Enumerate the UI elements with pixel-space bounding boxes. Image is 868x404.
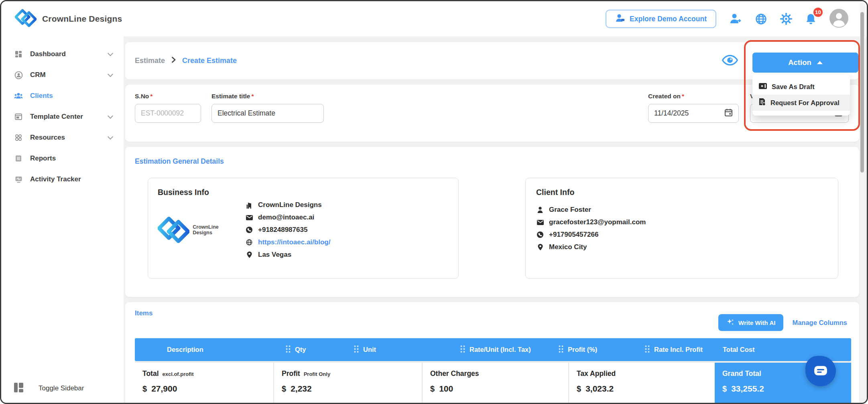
client-info-card: Client Info Grace Foster xyxy=(525,178,838,279)
user-avatar[interactable] xyxy=(829,9,848,29)
client-email-line: gracefoster123@yopmail.com xyxy=(536,218,827,226)
items-section: Items Write With AI Manage Columns Descr… xyxy=(125,302,859,403)
column-header-unit[interactable]: Unit xyxy=(354,345,460,355)
column-header-rate-incl-profit[interactable]: Rate Incl. Profit xyxy=(644,345,723,355)
notifications-bell-icon[interactable]: 10 xyxy=(805,13,817,25)
location-pin-icon xyxy=(536,244,544,250)
estimate-form: S.No* Estimate title* Created on* 11/14/… xyxy=(125,85,859,142)
action-button[interactable]: Action xyxy=(752,53,858,73)
menu-item-save-as-draft[interactable]: Save As Draft xyxy=(752,79,850,95)
business-website-line[interactable]: https://intoaec.ai/blog/ xyxy=(245,238,330,246)
business-phone-line: +918248987635 xyxy=(245,226,330,234)
drag-handle-icon[interactable] xyxy=(460,345,466,355)
globe-icon[interactable] xyxy=(755,13,767,25)
brand-name: CrownLine Designs xyxy=(42,14,122,24)
toggle-sidebar-button[interactable]: Toggle Sidebar xyxy=(1,383,124,403)
sno-field-group: S.No* xyxy=(135,93,201,142)
drag-handle-icon[interactable] xyxy=(285,345,291,355)
drag-handle-icon[interactable] xyxy=(644,345,650,355)
write-with-ai-button[interactable]: Write With AI xyxy=(718,314,783,331)
mail-icon xyxy=(536,220,544,225)
client-location-line: Mexico City xyxy=(536,243,827,251)
phone-icon xyxy=(536,231,544,238)
clients-icon xyxy=(13,92,24,100)
breadcrumb-bar: Estimate Create Estimate xyxy=(125,42,859,79)
chevron-down-icon xyxy=(108,50,113,56)
estimate-title-field-group: Estimate title* xyxy=(211,93,324,142)
business-info-title: Business Info xyxy=(158,188,449,197)
required-marker: * xyxy=(682,93,684,99)
approval-document-icon xyxy=(759,98,766,108)
calendar-icon[interactable] xyxy=(724,108,733,119)
reports-icon xyxy=(13,154,24,162)
section-heading: Estimation General Details xyxy=(125,157,859,166)
drag-handle-icon[interactable] xyxy=(354,345,359,355)
app-window: CrownLine Designs Explore Demo Account 1… xyxy=(0,0,868,404)
sidebar-item-reports[interactable]: Reports xyxy=(1,148,124,169)
globe-icon xyxy=(245,239,253,246)
chevron-down-icon xyxy=(108,71,113,77)
notification-badge: 10 xyxy=(813,7,823,18)
toggle-sidebar-label: Toggle Sidebar xyxy=(39,384,84,392)
demo-user-icon xyxy=(615,14,625,24)
preview-eye-icon[interactable] xyxy=(722,55,738,67)
scrollbar-thumb[interactable] xyxy=(860,12,864,173)
estimate-title-input[interactable] xyxy=(211,104,324,123)
breadcrumb-chevron-icon xyxy=(171,57,176,65)
phone-icon xyxy=(245,227,253,233)
settings-gear-icon[interactable] xyxy=(780,13,792,25)
items-heading: Items xyxy=(135,309,152,317)
tax-applied-cell: Tax Applied $3,023.2 xyxy=(568,363,715,403)
column-header-qty[interactable]: Qty xyxy=(285,345,354,355)
other-charges-cell: Other Charges $100 xyxy=(422,363,568,403)
business-logo: CrownLine Designs xyxy=(158,213,238,246)
column-header-profit[interactable]: Profit (%) xyxy=(558,345,644,355)
estimate-title-label: Estimate title xyxy=(211,93,250,99)
action-dropdown-menu: Save As Draft Request For Approval xyxy=(752,75,850,116)
breadcrumb-create-estimate: Create Estimate xyxy=(182,57,237,65)
explore-demo-button[interactable]: Explore Demo Account xyxy=(606,10,716,28)
required-marker: * xyxy=(150,93,152,99)
location-pin-icon xyxy=(245,252,253,258)
sidebar-item-resources[interactable]: Resources xyxy=(1,127,124,148)
column-header-description[interactable]: Description xyxy=(135,346,285,353)
business-info-card: Business Info CrownLine xyxy=(148,178,459,279)
business-email-line: demo@intoaec.ai xyxy=(245,213,330,221)
sno-label: S.No xyxy=(135,93,149,99)
building-icon xyxy=(245,202,253,209)
sidebar-item-clients[interactable]: Clients xyxy=(1,85,124,106)
logo-icon xyxy=(15,7,37,30)
breadcrumb-estimate[interactable]: Estimate xyxy=(135,57,165,65)
sidebar-item-dashboard[interactable]: Dashboard xyxy=(1,44,124,65)
sidebar-item-crm[interactable]: CRM xyxy=(1,65,124,85)
chevron-down-icon xyxy=(108,134,113,139)
sparkle-icon xyxy=(726,318,734,327)
brand-logo[interactable]: CrownLine Designs xyxy=(15,7,122,30)
sidebar-item-template-center[interactable]: Template Center xyxy=(1,106,124,127)
column-header-total-cost[interactable]: Total Cost xyxy=(723,346,851,353)
business-location-line: Las Vegas xyxy=(245,251,330,259)
drag-handle-icon[interactable] xyxy=(558,345,564,355)
client-info-title: Client Info xyxy=(536,188,827,197)
caret-up-icon xyxy=(817,61,823,64)
person-icon xyxy=(536,207,544,213)
menu-item-request-for-approval[interactable]: Request For Approval xyxy=(752,95,850,111)
manage-columns-link[interactable]: Manage Columns xyxy=(792,319,847,327)
chat-widget-button[interactable] xyxy=(805,356,836,386)
breadcrumb: Estimate Create Estimate xyxy=(135,57,237,65)
mail-icon xyxy=(245,215,253,220)
toggle-sidebar-icon xyxy=(14,383,23,394)
scrollbar-track[interactable] xyxy=(860,2,866,402)
items-table-header: Description Qty Unit Rate/Unit (Incl. Ta… xyxy=(135,338,851,361)
client-phone-line: +917905457266 xyxy=(536,231,827,239)
sno-input[interactable] xyxy=(135,104,201,123)
column-header-rate-unit[interactable]: Rate/Unit (Incl. Tax) xyxy=(460,345,558,355)
business-logo-caption: CrownLine Designs xyxy=(193,224,238,235)
created-on-field-group: Created on* 11/14/2025 xyxy=(648,93,739,142)
template-center-icon xyxy=(13,113,24,121)
totals-row: Totalexcl.of.profit $27,900 ProfitProfit… xyxy=(135,361,851,403)
sidebar-item-activity-tracker[interactable]: Activity Tracker xyxy=(1,169,124,190)
created-on-input[interactable]: 11/14/2025 xyxy=(648,104,739,123)
add-user-icon[interactable] xyxy=(729,13,742,25)
top-header: CrownLine Designs Explore Demo Account 1… xyxy=(1,1,867,37)
